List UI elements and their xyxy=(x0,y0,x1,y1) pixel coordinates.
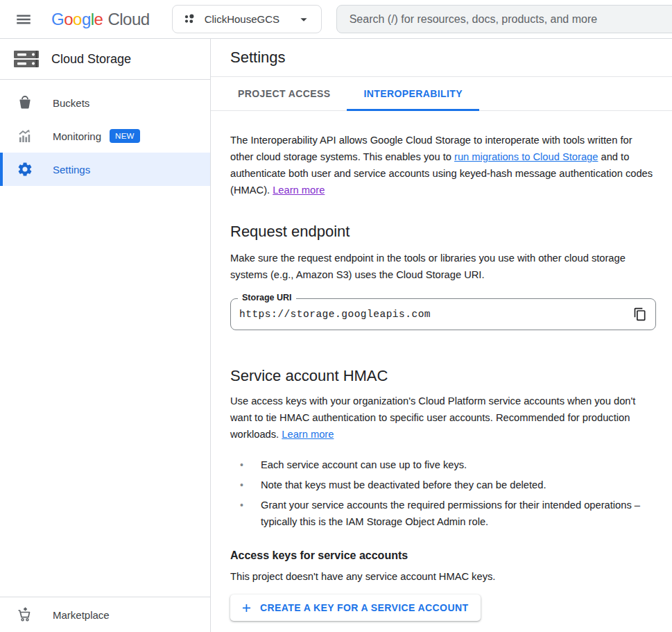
page-title: Settings xyxy=(230,49,286,67)
sidebar-title: Cloud Storage xyxy=(51,52,131,67)
storage-uri-value: https://storage.googleapis.com xyxy=(231,309,626,320)
bucket-icon xyxy=(17,94,33,111)
cloud-storage-icon xyxy=(12,47,40,71)
logo-cloud-text: Cloud xyxy=(107,10,149,29)
project-dots-icon xyxy=(182,12,196,26)
plus-icon xyxy=(240,601,260,615)
project-name: ClickHouseGCS xyxy=(205,13,279,25)
gear-icon xyxy=(17,161,33,178)
tab-interoperability[interactable]: INTEROPERABILITY xyxy=(347,77,479,111)
tab-bar: PROJECT ACCESS INTEROPERABILITY xyxy=(211,77,672,111)
intro-paragraph: The Interoperability API allows Google C… xyxy=(230,132,656,198)
tab-project-access[interactable]: PROJECT ACCESS xyxy=(221,77,347,111)
page-header: Settings xyxy=(211,39,672,77)
hamburger-icon xyxy=(15,10,33,28)
logo-letter: o xyxy=(73,10,82,29)
sidebar-item-label: Marketplace xyxy=(53,609,110,621)
sidebar-nav: Buckets Monitoring NEW xyxy=(0,86,210,186)
sidebar-footer: Marketplace xyxy=(0,597,210,632)
storage-uri-label: Storage URI xyxy=(238,293,296,302)
run-migrations-link[interactable]: run migrations to Cloud Storage xyxy=(454,151,598,162)
learn-more-link-intro[interactable]: Learn more xyxy=(273,185,325,196)
copy-icon xyxy=(633,307,647,321)
create-button-label: CREATE A KEY FOR A SERVICE ACCOUNT xyxy=(260,602,468,613)
list-item: Note that keys must be deactivated befor… xyxy=(230,477,656,493)
search-input[interactable] xyxy=(337,13,672,26)
logo-letter: e xyxy=(94,10,103,29)
project-selector[interactable]: ClickHouseGCS xyxy=(172,5,322,33)
global-search xyxy=(336,5,672,33)
hmac-bullet-list: Each service account can use up to five … xyxy=(230,456,656,530)
new-badge: NEW xyxy=(110,129,140,143)
tab-content: The Interoperability API allows Google C… xyxy=(211,111,671,621)
sidebar-item-marketplace[interactable]: Marketplace xyxy=(0,597,210,632)
sidebar-item-settings[interactable]: Settings xyxy=(0,153,210,186)
service-account-hmac-body: Use access keys with your organization's… xyxy=(230,393,656,443)
main-panel: Settings PROJECT ACCESS INTEROPERABILITY… xyxy=(211,39,672,632)
chevron-down-icon xyxy=(296,12,311,27)
create-hmac-key-button[interactable]: CREATE A KEY FOR A SERVICE ACCOUNT xyxy=(230,595,481,621)
list-item: Each service account can use up to five … xyxy=(230,456,656,473)
list-item: Grant your service accounts the required… xyxy=(230,497,656,530)
storage-uri-field: Storage URI https://storage.googleapis.c… xyxy=(230,298,656,330)
sidebar-item-label: Settings xyxy=(53,164,90,176)
sidebar-item-monitoring[interactable]: Monitoring NEW xyxy=(0,119,210,153)
learn-more-link-hmac[interactable]: Learn more xyxy=(282,429,334,440)
empty-state-text: This project doesn't have any service ac… xyxy=(230,568,656,585)
logo-letter: o xyxy=(64,10,73,29)
sidebar-item-buckets[interactable]: Buckets xyxy=(0,86,210,119)
copy-button[interactable] xyxy=(626,300,654,328)
sidebar-header: Cloud Storage xyxy=(0,39,210,80)
access-keys-heading: Access keys for service accounts xyxy=(230,549,656,562)
marketplace-cart-icon xyxy=(17,606,33,623)
logo-letter: G xyxy=(51,10,64,29)
top-app-bar: Google Cloud ClickHouseGCS xyxy=(0,0,672,39)
sidebar-item-label: Monitoring xyxy=(53,130,101,142)
request-endpoint-heading: Request endpoint xyxy=(230,222,656,241)
monitoring-chart-icon xyxy=(17,128,33,144)
request-endpoint-body: Make sure the request endpoint in the to… xyxy=(230,250,656,283)
logo-letter: g xyxy=(82,10,91,29)
sidebar-item-label: Buckets xyxy=(53,97,89,109)
service-account-hmac-heading: Service account HMAC xyxy=(230,366,656,386)
sidebar: Cloud Storage Buckets xyxy=(0,39,211,632)
menu-button[interactable] xyxy=(10,6,37,33)
google-cloud-logo[interactable]: Google Cloud xyxy=(51,10,150,29)
